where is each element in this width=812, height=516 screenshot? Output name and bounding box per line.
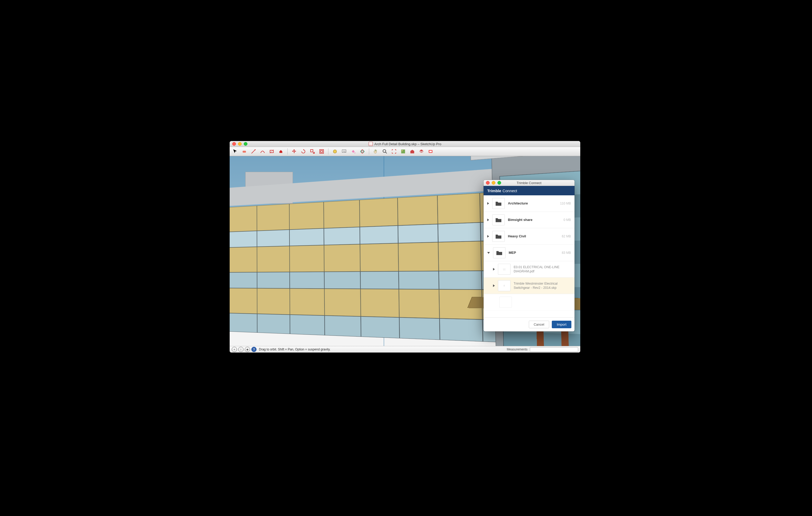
svg-rect-14 [402, 150, 403, 151]
layers-tool[interactable] [418, 148, 425, 155]
chevron-right-icon[interactable] [487, 202, 489, 205]
import-button[interactable]: Import [552, 321, 571, 328]
svg-point-1 [255, 149, 256, 150]
eraser-tool[interactable] [241, 148, 248, 155]
svg-text:A1: A1 [343, 150, 346, 152]
chevron-right-icon[interactable] [487, 235, 489, 238]
line-tool[interactable] [250, 148, 257, 155]
rectangle-tool[interactable] [268, 148, 275, 155]
offset-tool[interactable] [318, 148, 325, 155]
pan-tool[interactable] [372, 148, 379, 155]
text-tool[interactable]: A1 [341, 148, 347, 155]
folder-icon [493, 247, 505, 258]
window-title-text: Arch Full Detail Building.skp – SketchUp… [374, 142, 441, 146]
svg-point-6 [334, 150, 337, 153]
tc-footer: Cancel Import [484, 317, 575, 331]
paint-bucket-tool[interactable] [350, 148, 357, 155]
cancel-button[interactable]: Cancel [529, 321, 549, 328]
move-tool[interactable] [291, 148, 297, 155]
measurements-input[interactable] [530, 347, 578, 352]
svg-point-12 [383, 150, 386, 152]
rotate-tool[interactable] [300, 148, 307, 155]
folder-size: 83 MB [562, 251, 571, 254]
folder-row-mep[interactable]: MEP 83 MB [484, 245, 575, 261]
folder-size: 110 MB [560, 202, 571, 205]
document-icon [369, 142, 373, 146]
svg-rect-5 [321, 150, 322, 152]
folder-name: Bimsight share [508, 218, 560, 222]
folder-name: Architecture [508, 201, 557, 206]
help-icon[interactable]: ? [251, 347, 257, 352]
select-tool[interactable] [232, 148, 238, 155]
svg-point-11 [361, 150, 363, 154]
person-icon[interactable]: ☻ [245, 347, 250, 352]
folder-row-bimsight[interactable]: Bimsight share 0 MB [484, 212, 575, 228]
folder-row-heavy-civil[interactable]: Heavy Civil 62 MB [484, 228, 575, 245]
folder-icon [492, 214, 505, 225]
file-thumbnail-icon: ▯ [498, 280, 511, 291]
file-name: E0.01 ELECTRICAL ONE-LINE DIAGRAM.pdf [514, 265, 571, 274]
chevron-right-icon[interactable] [487, 219, 489, 221]
tape-measure-tool[interactable] [331, 148, 338, 155]
folder-size: 62 MB [562, 235, 571, 238]
tc-titlebar[interactable]: Trimble Connect [484, 180, 575, 186]
statusbar: ⌖ i ☻ ? Drag to orbit. Shift = Pan, Opti… [230, 346, 580, 353]
file-row-electrical-diagram[interactable]: ░░ E0.01 ELECTRICAL ONE-LINE DIAGRAM.pdf [484, 261, 575, 278]
chevron-right-icon[interactable] [493, 268, 495, 271]
titlebar[interactable]: Arch Full Detail Building.skp – SketchUp… [230, 141, 580, 147]
tc-brand-strong: Trimble [487, 188, 501, 193]
file-row-partial[interactable] [484, 294, 575, 310]
toolbar: A1 [230, 147, 580, 156]
file-row-switchgear[interactable]: ▯ Trimble Westminster Electrical Switchg… [484, 278, 575, 294]
svg-rect-0 [243, 151, 246, 152]
measurements-label: Measurements [507, 347, 527, 351]
trimble-connect-tool[interactable] [427, 148, 434, 155]
folder-name: MEP [509, 251, 558, 255]
tc-brand-header: Trimble Connect [484, 186, 575, 195]
svg-rect-16 [429, 151, 432, 152]
file-name: Trimble Westminster Electrical Switchgea… [514, 281, 571, 290]
tc-file-list[interactable]: Architecture 110 MB Bimsight share 0 MB … [484, 195, 575, 317]
trimble-connect-window: Trimble Connect Trimble Connect Architec… [484, 180, 575, 331]
tc-window-title: Trimble Connect [484, 181, 575, 185]
folder-icon [492, 231, 505, 242]
orbit-tool[interactable] [359, 148, 366, 155]
warehouse-tool[interactable] [409, 148, 416, 155]
zoom-tool[interactable] [381, 148, 388, 155]
file-thumbnail-icon [499, 297, 512, 308]
folder-size: 0 MB [563, 218, 571, 222]
chevron-down-icon[interactable] [487, 252, 490, 254]
scale-tool[interactable] [309, 148, 316, 155]
svg-point-9 [354, 152, 355, 154]
geo-icon[interactable]: ⌖ [232, 347, 237, 352]
folder-icon [492, 198, 505, 209]
zoom-extents-tool[interactable] [390, 148, 397, 155]
arc-tool[interactable] [259, 148, 266, 155]
tc-brand-light: Connect [502, 188, 517, 193]
push-pull-tool[interactable] [278, 148, 284, 155]
file-thumbnail-icon: ░░ [498, 264, 511, 275]
status-hint: Drag to orbit. Shift = Pan, Option = sus… [259, 347, 330, 351]
add-location-tool[interactable] [400, 148, 407, 155]
folder-row-architecture[interactable]: Architecture 110 MB [484, 195, 575, 212]
chevron-right-icon[interactable] [493, 284, 495, 287]
folder-name: Heavy Civil [508, 234, 558, 239]
info-icon[interactable]: i [238, 347, 243, 352]
svg-point-10 [360, 150, 365, 152]
svg-rect-3 [311, 150, 313, 152]
window-title: Arch Full Detail Building.skp – SketchUp… [230, 142, 580, 146]
svg-rect-4 [320, 150, 324, 154]
